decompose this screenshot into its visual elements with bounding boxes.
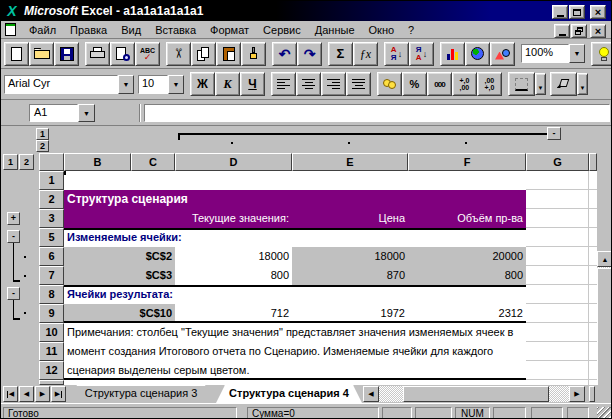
- percent-style-button[interactable]: %: [402, 72, 427, 96]
- font-size-dropdown-icon[interactable]: ▼: [168, 75, 184, 94]
- paste-button[interactable]: [216, 42, 241, 66]
- font-name-dropdown-icon[interactable]: ▼: [118, 75, 134, 94]
- cut-button[interactable]: ✂: [166, 42, 191, 66]
- column-header-F[interactable]: F: [408, 153, 526, 171]
- drawing-button[interactable]: [490, 42, 515, 66]
- sheet-tab-scenario-4[interactable]: Структура сценария 4: [216, 385, 362, 403]
- print-preview-button[interactable]: [110, 42, 135, 66]
- cell-B2[interactable]: Структура сценария: [64, 190, 526, 209]
- cell-C9[interactable]: $C$10: [131, 304, 175, 323]
- doc-restore-button[interactable]: [571, 24, 587, 38]
- print-button[interactable]: [85, 42, 110, 66]
- cell-E3[interactable]: Цена: [292, 209, 408, 228]
- doc-close-button[interactable]: ×: [590, 24, 606, 38]
- doc-minimize-button[interactable]: [554, 24, 570, 38]
- cell-F9[interactable]: 2312: [408, 304, 526, 323]
- row-group-collapse-button[interactable]: -: [7, 230, 20, 243]
- autosum-button[interactable]: Σ: [328, 42, 353, 66]
- format-painter-button[interactable]: [241, 42, 266, 66]
- align-left-button[interactable]: [271, 72, 296, 96]
- menu-help[interactable]: ?: [401, 21, 421, 39]
- formula-input[interactable]: [144, 104, 610, 122]
- chart-wizard-button[interactable]: [440, 42, 465, 66]
- prev-tab-button[interactable]: ◀: [19, 386, 34, 402]
- menu-window[interactable]: Окно: [362, 21, 402, 39]
- column-header-partial[interactable]: [589, 153, 597, 171]
- cell-D7[interactable]: 800: [175, 266, 292, 285]
- font-name-value[interactable]: Arial Cyr: [4, 75, 118, 94]
- cell-B12[interactable]: сценария выделены серым цветом.: [64, 361, 526, 380]
- undo-button[interactable]: ↶: [272, 42, 297, 66]
- spelling-button[interactable]: ABC✓: [135, 42, 160, 66]
- fill-color-dropdown[interactable]: ▼: [577, 73, 588, 95]
- column-header-E[interactable]: E: [292, 153, 408, 171]
- copy-button[interactable]: [191, 42, 216, 66]
- cell-E6[interactable]: 18000: [292, 247, 408, 266]
- menu-file[interactable]: Файл: [22, 21, 63, 39]
- cell-B10[interactable]: Примечания: столбец "Текущие значения" п…: [64, 323, 526, 342]
- column-outline-level-1-button[interactable]: 1: [36, 128, 49, 140]
- italic-button[interactable]: К: [215, 72, 240, 96]
- workbook-icon[interactable]: [5, 23, 16, 36]
- row-group-collapse-button[interactable]: -: [7, 287, 20, 300]
- tip-wizard-button[interactable]: [591, 42, 612, 66]
- bold-button[interactable]: Ж: [190, 72, 215, 96]
- column-group-collapse-button[interactable]: -: [547, 127, 561, 140]
- scroll-right-button[interactable]: ▶: [569, 386, 585, 402]
- close-button[interactable]: ×: [590, 5, 606, 19]
- cell-F3[interactable]: Объём пр-ва: [408, 209, 526, 228]
- cell-E7[interactable]: 870: [292, 266, 408, 285]
- new-workbook-button[interactable]: [4, 42, 29, 66]
- select-all-corner[interactable]: [39, 153, 64, 171]
- name-box-dropdown-icon[interactable]: ▼: [78, 104, 95, 122]
- menu-view[interactable]: Вид: [114, 21, 148, 39]
- first-tab-button[interactable]: ◀: [3, 386, 18, 402]
- horizontal-scroll-thumb[interactable]: [403, 386, 549, 402]
- vertical-scroll-thumb[interactable]: [597, 268, 612, 385]
- sort-ascending-button[interactable]: АЯ↓: [384, 42, 409, 66]
- save-button[interactable]: [54, 42, 79, 66]
- menu-insert[interactable]: Вставка: [148, 21, 203, 39]
- zoom-dropdown-icon[interactable]: ▼: [569, 44, 585, 63]
- align-right-button[interactable]: [321, 72, 346, 96]
- decrease-decimal-button[interactable]: ,00+,0: [477, 72, 502, 96]
- zoom-value[interactable]: 100%: [521, 44, 569, 63]
- row-outline-level-1-button[interactable]: 1: [3, 154, 18, 170]
- increase-decimal-button[interactable]: +,0,00: [452, 72, 477, 96]
- menu-format[interactable]: Формат: [203, 21, 256, 39]
- resize-grip[interactable]: [597, 407, 611, 419]
- column-header-G[interactable]: G: [526, 153, 589, 171]
- map-button[interactable]: [465, 42, 490, 66]
- column-header-B[interactable]: B: [64, 153, 131, 171]
- cell-F7[interactable]: 800: [408, 266, 526, 285]
- name-box[interactable]: A1 ▼: [29, 104, 95, 122]
- row-outline-level-2-button[interactable]: 2: [19, 154, 34, 170]
- function-wizard-button[interactable]: ƒx: [353, 42, 378, 66]
- zoom-control[interactable]: 100% ▼: [521, 44, 585, 63]
- last-tab-button[interactable]: ▶: [51, 386, 66, 402]
- sort-descending-button[interactable]: ЯА↓: [409, 42, 434, 66]
- cell-E9[interactable]: 1972: [292, 304, 408, 323]
- font-size-control[interactable]: 10 ▼: [138, 75, 184, 94]
- cell-D3[interactable]: Текущие значения:: [175, 209, 292, 228]
- minimize-button[interactable]: [552, 5, 568, 19]
- menu-data[interactable]: Данные: [308, 21, 362, 39]
- menu-edit[interactable]: Правка: [63, 21, 114, 39]
- row-group-expand-button[interactable]: +: [7, 212, 20, 225]
- comma-style-button[interactable]: 000: [427, 72, 452, 96]
- cell-B8[interactable]: Ячейки результата:: [64, 285, 526, 304]
- align-center-button[interactable]: [296, 72, 321, 96]
- column-outline-level-2-button[interactable]: 2: [36, 140, 49, 152]
- cell-D9[interactable]: 712: [175, 304, 292, 323]
- tab-split-handle[interactable]: [589, 386, 595, 402]
- vertical-scrollbar[interactable]: ▲ ▼: [597, 251, 612, 385]
- cell-C7[interactable]: $C$3: [131, 266, 175, 285]
- font-name-control[interactable]: Arial Cyr ▼: [4, 75, 134, 94]
- borders-button[interactable]: [508, 72, 535, 96]
- cell-B11[interactable]: момент создания Итогового отчета по Сцен…: [64, 342, 526, 361]
- scroll-up-button[interactable]: ▲: [597, 251, 612, 267]
- menu-tools[interactable]: Сервис: [256, 21, 308, 39]
- open-button[interactable]: [29, 42, 54, 66]
- cell-reference[interactable]: A1: [29, 104, 78, 122]
- currency-style-button[interactable]: [377, 72, 402, 96]
